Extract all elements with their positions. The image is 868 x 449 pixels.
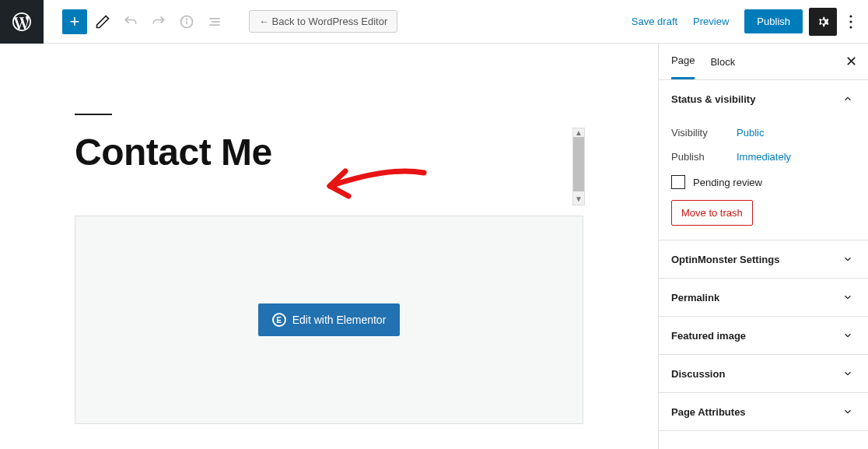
wordpress-logo[interactable] [0,0,44,44]
move-to-trash-button[interactable]: Move to trash [671,200,753,226]
save-draft-link[interactable]: Save draft [632,16,677,27]
settings-button[interactable] [809,8,837,36]
panel-page-attributes-toggle[interactable]: Page Attributes [659,393,868,430]
back-to-wp-editor-button[interactable]: ← Back to WordPress Editor [249,10,397,33]
top-toolbar: + ← Back to WordPress Editor Save draft … [0,0,868,44]
more-menu-button[interactable] [840,8,862,36]
svg-point-8 [849,26,852,28]
panel-featured-image-title: Featured image [671,330,746,342]
list-icon [207,14,222,30]
close-icon: ✕ [845,54,857,69]
publish-button[interactable]: Publish [744,9,803,33]
panel-status-visibility-toggle[interactable]: Status & visibility [659,80,868,118]
inner-scrollbar[interactable]: ▲ ▼ [572,128,585,205]
visibility-label: Visibility [671,127,737,139]
elementor-placeholder: E Edit with Elementor [75,216,583,424]
add-block-button[interactable]: + [62,9,87,34]
scroll-thumb[interactable] [573,137,584,191]
chevron-down-icon [840,328,856,343]
edit-with-elementor-button[interactable]: E Edit with Elementor [258,303,401,336]
chevron-down-icon [840,289,856,305]
pending-review-label: Pending review [693,177,762,188]
panel-permalink-title: Permalink [671,292,719,303]
redo-icon [151,14,166,30]
title-divider [75,114,112,115]
edit-tool-button[interactable] [90,9,115,34]
chevron-down-icon [840,251,856,267]
scroll-down-icon: ▼ [573,195,584,203]
panel-discussion-toggle[interactable]: Discussion [659,355,868,392]
settings-sidebar: Page Block ✕ Status & visibility Visibil… [658,44,868,449]
undo-icon [123,14,138,30]
svg-point-2 [187,19,187,19]
redo-button[interactable] [146,9,171,34]
panel-status-title: Status & visibility [671,93,755,105]
chevron-down-icon [840,366,856,381]
pencil-icon [95,14,110,30]
panel-page-attributes-title: Page Attributes [671,406,746,418]
scroll-up-icon: ▲ [573,128,584,137]
tab-page[interactable]: Page [671,44,695,79]
publish-label: Publish [671,151,737,163]
elementor-button-label: Edit with Elementor [292,314,387,326]
preview-link[interactable]: Preview [693,16,729,27]
plus-icon: + [70,12,80,32]
pending-review-checkbox[interactable] [671,175,685,189]
chevron-up-icon [840,91,856,107]
info-icon [179,14,194,30]
page-title[interactable]: Contact Me [75,131,658,174]
svg-point-7 [849,20,852,23]
elementor-icon: E [272,313,286,327]
chevron-down-icon [840,404,856,419]
info-button[interactable] [174,9,199,34]
outline-button[interactable] [202,9,227,34]
publish-value-link[interactable]: Immediately [737,151,791,163]
panel-discussion-title: Discussion [671,368,725,380]
svg-point-6 [849,15,852,17]
visibility-value-link[interactable]: Public [737,127,764,139]
gear-icon [815,14,831,30]
undo-button[interactable] [118,9,143,34]
panel-optinmonster-toggle[interactable]: OptinMonster Settings [659,240,868,278]
panel-permalink-toggle[interactable]: Permalink [659,279,868,316]
editor-canvas: Contact Me ▲ ▼ E Edit with Elementor [0,44,658,449]
panel-optinmonster-title: OptinMonster Settings [671,254,779,265]
wordpress-icon [12,12,31,31]
close-sidebar-button[interactable]: ✕ [845,53,857,70]
dots-vertical-icon [849,15,852,29]
tab-block[interactable]: Block [710,45,735,79]
panel-featured-image-toggle[interactable]: Featured image [659,317,868,354]
